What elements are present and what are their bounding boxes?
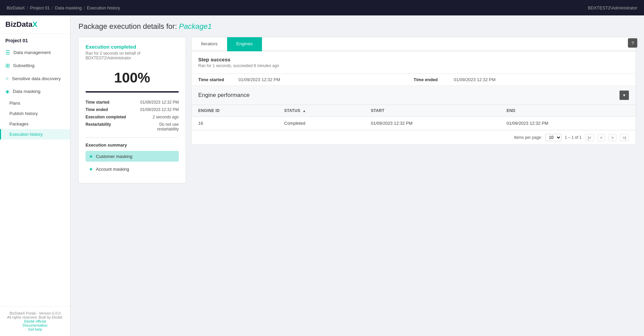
pagination-row: Items per page: 10 25 50 1 – 1 of 1 |< <… [192,130,636,145]
help-icon[interactable]: ? [628,38,637,48]
sidebar-footer: BizDataX Portal - Version 5.0.0 All righ… [0,306,70,336]
progress-bar [86,91,179,93]
breadcrumb-project[interactable]: Project 01 [30,5,50,10]
summary-item-label: Customer masking [96,154,132,159]
engine-performance-section: Engine performance ▼ ENGINE ID STATUS ▲ [192,86,636,145]
sidebar-sub-plans[interactable]: Plans [0,98,70,108]
restartability-label: Restartability [86,121,137,133]
step-title: Step success [198,57,629,62]
summary-item-customer-masking[interactable]: ★ Customer masking [86,151,179,162]
engine-id-cell: 16 [192,117,277,130]
table-row: Execution completed 2 seconds ago [86,113,179,121]
user-label: BDXTEST2\Administrator [588,5,637,10]
last-page-button[interactable]: >| [620,134,629,141]
time-ended-label: Time ended [86,106,137,113]
next-page-button[interactable]: > [608,134,616,141]
time-ended-value: 01/09/2023 12:32 PM [137,106,179,113]
main-content: Package execution details for: Package1 … [70,15,644,336]
engine-table: ENGINE ID STATUS ▲ START END [192,105,636,130]
data-masking-icon: ◈ [5,88,9,95]
col-engine-id: ENGINE ID [192,105,277,117]
col-start: START [364,105,500,117]
start-cell: 01/09/2023 12:32 PM [364,117,500,130]
star-icon: ★ [89,154,93,159]
table-row: Time ended 01/09/2023 12:32 PM [86,106,179,113]
sidebar-item-subsetting[interactable]: ⊞ Subsetting [0,59,70,72]
subsetting-icon: ⊞ [5,62,10,69]
exec-completed-label: Execution completed [86,113,137,121]
right-panel: Iterators Engines Step success Ran for 1… [191,37,636,145]
page-title: Package execution details for: Package1 [78,22,636,31]
time-started-label: Time started [198,77,238,82]
exec-completed-value: 2 seconds ago [137,113,179,121]
sort-arrow-icon: ▲ [303,109,306,113]
execution-details-table: Time started 01/09/2023 12:32 PM Time en… [86,99,179,133]
breadcrumb: BizDataX / Project 01 / Data masking / E… [7,5,120,10]
sidebar-item-label: Data management [13,50,51,55]
engine-header: Engine performance ▼ [192,86,636,105]
items-per-page-select[interactable]: 10 25 50 [545,134,561,141]
end-cell: 01/09/2023 12:32 PM [500,117,636,130]
breadcrumb-data-masking[interactable]: Data masking [55,5,82,10]
sidebar-item-label: Subsetting [13,63,35,68]
sidebar-item-label: Sensitive data discovery [12,76,61,81]
sidebar-sub-publish-history[interactable]: Publish history [0,108,70,119]
project-title: Project 01 [0,34,70,46]
col-status[interactable]: STATUS ▲ [277,105,364,117]
status-cell: Completed [277,117,364,130]
progress-percentage: 100% [86,66,179,91]
top-navigation: BizDataX / Project 01 / Data masking / E… [0,0,644,15]
step-section: Step success Ran for 1 seconds, succeede… [192,51,636,74]
left-panel: Execution completed Ran for 2 seconds on… [78,37,186,183]
progress-bar-fill [86,91,179,93]
sidebar-item-data-management[interactable]: ☰ Data management [0,46,70,59]
step-sub: Ran for 1 seconds, succeeded 8 minutes a… [198,63,629,68]
get-help-link[interactable]: Get help [5,327,65,331]
logo: BizDataX [0,15,70,34]
time-started-value: 01/09/2023 12:32 PM [238,77,414,82]
items-per-page-label: Items per page: [514,135,542,140]
table-row: Restartability Do not use restartability [86,121,179,133]
sidebar-item-sensitive-data[interactable]: ○ Sensitive data discovery [0,72,70,85]
sidebar-sub-packages[interactable]: Packages [0,119,70,129]
documentation-link[interactable]: Documentation [5,323,65,327]
time-started-value: 01/09/2023 12:32 PM [137,99,179,106]
data-management-icon: ☰ [5,49,10,56]
page-info: 1 – 1 of 1 [565,135,582,140]
rights-text: All rights reserved. Built by Ekobit. [5,315,65,319]
sensitive-data-icon: ○ [5,75,9,81]
package-name: Package1 [179,22,212,31]
ekobit-official-link[interactable]: Ekobit official [5,319,65,323]
execution-summary-title: Execution summary [86,143,179,148]
time-ended-label: Time ended [414,77,454,82]
prev-page-button[interactable]: < [597,134,605,141]
summary-item-account-masking[interactable]: ★ Account masking [86,164,179,174]
sidebar-sub-execution-history[interactable]: Execution history [0,129,70,139]
sidebar: BizDataX Project 01 ☰ Data management ⊞ … [0,15,70,336]
breadcrumb-bizdatax[interactable]: BizDataX [7,5,25,10]
execution-status-title: Execution completed [86,44,179,50]
sidebar-item-label: Data masking [13,89,41,94]
table-row: Time started 01/09/2023 12:32 PM [86,99,179,106]
star-icon: ★ [89,166,93,172]
time-started-label: Time started [86,99,137,106]
sidebar-item-data-masking[interactable]: ◈ Data masking [0,85,70,98]
first-page-button[interactable]: |< [585,134,594,141]
breadcrumb-execution-history[interactable]: Execution history [87,5,120,10]
tabs-bar: Iterators Engines [192,37,636,51]
tab-engines[interactable]: Engines [227,37,262,51]
table-row[interactable]: 16 Completed 01/09/2023 12:32 PM 01/09/2… [192,117,636,130]
filter-icon[interactable]: ▼ [620,91,629,100]
execution-status-sub: Ran for 2 seconds on behalf of BDXTEST2\… [86,51,179,60]
time-info-row: Time started 01/09/2023 12:32 PM Time en… [192,74,636,86]
page-title-prefix: Package execution details for: [78,22,177,31]
col-end: END [500,105,636,117]
engine-section-title: Engine performance [198,92,250,99]
summary-item-label: Account masking [96,167,129,172]
restartability-value: Do not use restartability [137,121,179,133]
version-text: BizDataX Portal - Version 5.0.0 [5,311,65,315]
tab-iterators[interactable]: Iterators [192,37,227,51]
time-ended-value: 01/09/2023 12:32 PM [454,77,629,82]
